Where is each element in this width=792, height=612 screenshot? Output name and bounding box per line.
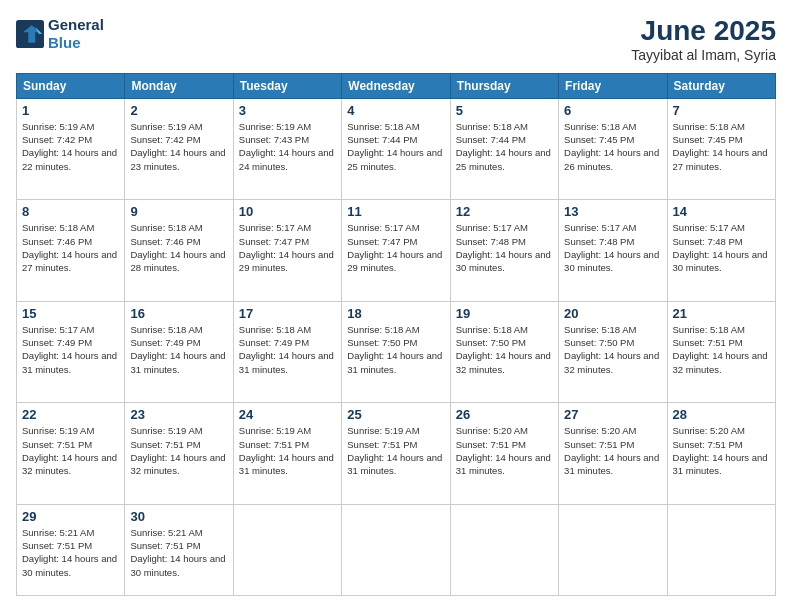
day-number: 4 [347,103,444,118]
day-number: 20 [564,306,661,321]
day-info: Sunrise: 5:18 AM Sunset: 7:45 PM Dayligh… [673,120,770,173]
table-row: 25 Sunrise: 5:19 AM Sunset: 7:51 PM Dayl… [342,403,450,504]
day-info: Sunrise: 5:20 AM Sunset: 7:51 PM Dayligh… [456,424,553,477]
day-info: Sunrise: 5:19 AM Sunset: 7:51 PM Dayligh… [22,424,119,477]
day-number: 27 [564,407,661,422]
logo-text: GeneralBlue [48,16,104,52]
day-number: 22 [22,407,119,422]
table-row [450,504,558,595]
table-row: 10 Sunrise: 5:17 AM Sunset: 7:47 PM Dayl… [233,200,341,301]
table-row: 18 Sunrise: 5:18 AM Sunset: 7:50 PM Dayl… [342,301,450,402]
day-number: 12 [456,204,553,219]
table-row: 19 Sunrise: 5:18 AM Sunset: 7:50 PM Dayl… [450,301,558,402]
table-row [342,504,450,595]
col-saturday: Saturday [667,73,775,98]
calendar-week-row: 15 Sunrise: 5:17 AM Sunset: 7:49 PM Dayl… [17,301,776,402]
day-number: 15 [22,306,119,321]
day-number: 11 [347,204,444,219]
day-number: 28 [673,407,770,422]
table-row: 24 Sunrise: 5:19 AM Sunset: 7:51 PM Dayl… [233,403,341,504]
table-row: 15 Sunrise: 5:17 AM Sunset: 7:49 PM Dayl… [17,301,125,402]
table-row: 7 Sunrise: 5:18 AM Sunset: 7:45 PM Dayli… [667,98,775,199]
table-row: 8 Sunrise: 5:18 AM Sunset: 7:46 PM Dayli… [17,200,125,301]
logo: GeneralBlue [16,16,104,52]
day-number: 29 [22,509,119,524]
col-wednesday: Wednesday [342,73,450,98]
header: GeneralBlue June 2025 Tayyibat al Imam, … [16,16,776,63]
day-number: 18 [347,306,444,321]
col-monday: Monday [125,73,233,98]
table-row: 11 Sunrise: 5:17 AM Sunset: 7:47 PM Dayl… [342,200,450,301]
col-tuesday: Tuesday [233,73,341,98]
day-info: Sunrise: 5:18 AM Sunset: 7:44 PM Dayligh… [347,120,444,173]
day-info: Sunrise: 5:17 AM Sunset: 7:48 PM Dayligh… [456,221,553,274]
calendar-table: Sunday Monday Tuesday Wednesday Thursday… [16,73,776,596]
day-number: 26 [456,407,553,422]
day-number: 23 [130,407,227,422]
calendar-header-row: Sunday Monday Tuesday Wednesday Thursday… [17,73,776,98]
day-number: 17 [239,306,336,321]
day-number: 8 [22,204,119,219]
day-info: Sunrise: 5:18 AM Sunset: 7:51 PM Dayligh… [673,323,770,376]
table-row: 26 Sunrise: 5:20 AM Sunset: 7:51 PM Dayl… [450,403,558,504]
title-block: June 2025 Tayyibat al Imam, Syria [631,16,776,63]
col-sunday: Sunday [17,73,125,98]
day-info: Sunrise: 5:21 AM Sunset: 7:51 PM Dayligh… [130,526,227,579]
table-row: 23 Sunrise: 5:19 AM Sunset: 7:51 PM Dayl… [125,403,233,504]
table-row: 1 Sunrise: 5:19 AM Sunset: 7:42 PM Dayli… [17,98,125,199]
day-info: Sunrise: 5:18 AM Sunset: 7:45 PM Dayligh… [564,120,661,173]
calendar-week-row: 8 Sunrise: 5:18 AM Sunset: 7:46 PM Dayli… [17,200,776,301]
calendar-week-row: 22 Sunrise: 5:19 AM Sunset: 7:51 PM Dayl… [17,403,776,504]
month-title: June 2025 [631,16,776,47]
calendar-week-row: 29 Sunrise: 5:21 AM Sunset: 7:51 PM Dayl… [17,504,776,595]
table-row: 17 Sunrise: 5:18 AM Sunset: 7:49 PM Dayl… [233,301,341,402]
table-row [667,504,775,595]
day-info: Sunrise: 5:18 AM Sunset: 7:49 PM Dayligh… [239,323,336,376]
day-info: Sunrise: 5:19 AM Sunset: 7:42 PM Dayligh… [22,120,119,173]
day-number: 16 [130,306,227,321]
day-number: 19 [456,306,553,321]
day-number: 24 [239,407,336,422]
location-title: Tayyibat al Imam, Syria [631,47,776,63]
table-row: 9 Sunrise: 5:18 AM Sunset: 7:46 PM Dayli… [125,200,233,301]
day-number: 10 [239,204,336,219]
table-row: 4 Sunrise: 5:18 AM Sunset: 7:44 PM Dayli… [342,98,450,199]
page: GeneralBlue June 2025 Tayyibat al Imam, … [0,0,792,612]
table-row: 6 Sunrise: 5:18 AM Sunset: 7:45 PM Dayli… [559,98,667,199]
day-info: Sunrise: 5:18 AM Sunset: 7:49 PM Dayligh… [130,323,227,376]
table-row [559,504,667,595]
table-row: 14 Sunrise: 5:17 AM Sunset: 7:48 PM Dayl… [667,200,775,301]
day-info: Sunrise: 5:19 AM Sunset: 7:42 PM Dayligh… [130,120,227,173]
day-info: Sunrise: 5:19 AM Sunset: 7:43 PM Dayligh… [239,120,336,173]
table-row: 27 Sunrise: 5:20 AM Sunset: 7:51 PM Dayl… [559,403,667,504]
day-number: 5 [456,103,553,118]
day-info: Sunrise: 5:17 AM Sunset: 7:47 PM Dayligh… [239,221,336,274]
day-info: Sunrise: 5:18 AM Sunset: 7:50 PM Dayligh… [456,323,553,376]
table-row: 16 Sunrise: 5:18 AM Sunset: 7:49 PM Dayl… [125,301,233,402]
day-number: 7 [673,103,770,118]
day-number: 14 [673,204,770,219]
table-row: 3 Sunrise: 5:19 AM Sunset: 7:43 PM Dayli… [233,98,341,199]
day-info: Sunrise: 5:19 AM Sunset: 7:51 PM Dayligh… [239,424,336,477]
day-number: 21 [673,306,770,321]
day-info: Sunrise: 5:17 AM Sunset: 7:47 PM Dayligh… [347,221,444,274]
day-info: Sunrise: 5:18 AM Sunset: 7:46 PM Dayligh… [130,221,227,274]
day-info: Sunrise: 5:20 AM Sunset: 7:51 PM Dayligh… [564,424,661,477]
day-info: Sunrise: 5:18 AM Sunset: 7:50 PM Dayligh… [564,323,661,376]
day-info: Sunrise: 5:18 AM Sunset: 7:44 PM Dayligh… [456,120,553,173]
table-row: 21 Sunrise: 5:18 AM Sunset: 7:51 PM Dayl… [667,301,775,402]
col-thursday: Thursday [450,73,558,98]
day-info: Sunrise: 5:17 AM Sunset: 7:48 PM Dayligh… [673,221,770,274]
day-number: 13 [564,204,661,219]
table-row: 22 Sunrise: 5:19 AM Sunset: 7:51 PM Dayl… [17,403,125,504]
logo-blue-text: Blue [48,34,81,51]
day-number: 6 [564,103,661,118]
day-info: Sunrise: 5:17 AM Sunset: 7:49 PM Dayligh… [22,323,119,376]
table-row: 29 Sunrise: 5:21 AM Sunset: 7:51 PM Dayl… [17,504,125,595]
day-number: 9 [130,204,227,219]
col-friday: Friday [559,73,667,98]
day-info: Sunrise: 5:21 AM Sunset: 7:51 PM Dayligh… [22,526,119,579]
table-row: 28 Sunrise: 5:20 AM Sunset: 7:51 PM Dayl… [667,403,775,504]
day-info: Sunrise: 5:17 AM Sunset: 7:48 PM Dayligh… [564,221,661,274]
day-info: Sunrise: 5:19 AM Sunset: 7:51 PM Dayligh… [130,424,227,477]
